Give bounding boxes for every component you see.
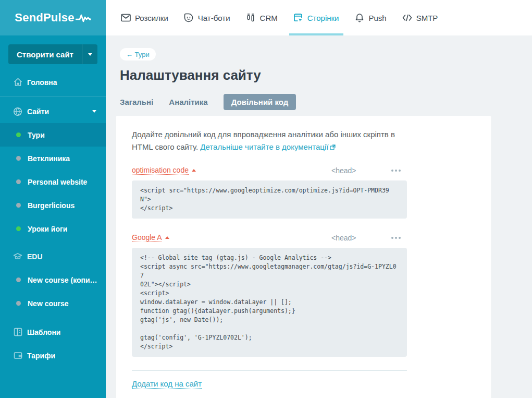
create-site-dropdown[interactable] [82,44,97,64]
status-dot-gray [16,156,21,161]
sidebar-course-copy[interactable]: New course (копи… [0,268,106,292]
code-section: Google A <head> <!-- Global site tag (gt… [132,233,407,357]
back-button[interactable]: ← Тури [120,48,156,61]
tab-analytics[interactable]: Аналітика [169,94,207,110]
pulse-icon [76,13,91,23]
sidebar-item-templates[interactable]: Шаблони [0,320,106,344]
logo-container[interactable]: SendPulse [0,0,106,35]
status-dot-green [16,226,21,231]
page-content: ← Тури Налаштування сайту Загальні Аналі… [106,35,532,398]
code-brackets-icon [402,13,412,23]
nav-item-mailings[interactable]: Розсилки [121,0,168,35]
nav-item-label: Сторінки [307,14,339,22]
nav-item-chatbots[interactable]: Чат-боти [184,0,230,35]
status-dot-gray [16,179,21,184]
divider [0,97,106,97]
sidebar-item-label: Тарифи [27,352,55,360]
nav-item-pages[interactable]: Сторінки [293,0,339,35]
chevron-down-icon[interactable] [92,110,96,113]
home-icon [13,78,22,87]
custom-code-card: Додайте довільний код для впровадження а… [116,116,491,398]
code-name-link[interactable]: optimisation code [132,166,189,175]
sidebar-item-label: Головна [27,78,57,87]
nav-item-label: Чат-боти [198,14,230,22]
nav-item-crm[interactable]: CRM [246,0,278,35]
sidebar: SendPulse Створити сайт Головна Сайти [0,0,106,398]
page-title: Налаштування сайту [120,67,532,83]
documentation-link-label: Детальніше читайте в документації [200,142,328,151]
sidebar-item-pricing[interactable]: Тарифи [0,344,106,367]
status-dot-gray [16,278,21,282]
status-dot-green [16,132,21,137]
sidebar-site-burgerlicious[interactable]: Burgerlicious [0,194,106,217]
more-options-button[interactable] [391,237,407,239]
crm-columns-icon [246,13,256,23]
sidebar-item-label: EDU [27,252,43,261]
code-snippet[interactable]: <!-- Global site tag (gtag.js) - Google … [132,248,407,357]
logo-text: SendPulse [15,11,74,25]
sidebar-item-label: Уроки йоги [28,225,67,233]
bell-icon [355,13,365,23]
sidebar-item-label: Тури [28,131,45,139]
nav-item-label: Push [369,14,387,22]
chatbot-icon [184,13,194,23]
sidebar-site-yoga[interactable]: Уроки йоги [0,217,106,240]
sidebar-nav: Головна Сайти Тури Ветклиника Personal w… [0,70,106,398]
add-code-link[interactable]: Додати код на сайт [132,379,202,389]
tab-general[interactable]: Загальні [120,94,153,110]
envelope-icon [121,13,131,23]
nav-item-smtp[interactable]: SMTP [402,0,438,35]
globe-icon [13,107,22,116]
sidebar-item-label: Burgerlicious [28,201,75,210]
documentation-link[interactable]: Детальніше читайте в документації [200,142,336,151]
sidebar-item-home[interactable]: Головна [0,70,106,94]
code-snippet[interactable]: <script src="https://www.googleoptimize.… [132,180,407,219]
sidebar-item-label: Сайти [27,107,49,116]
sidebar-item-label: Шаблони [27,328,60,336]
chevron-up-icon[interactable] [192,169,196,172]
chevron-up-icon[interactable] [165,236,169,239]
pages-icon [293,13,303,23]
tab-custom-code[interactable]: Довільний код [224,94,296,110]
status-dot-gray [16,203,21,208]
main-area: Розсилки Чат-боти CRM Сторінки Push [106,0,532,398]
sidebar-item-sites[interactable]: Сайти [0,100,106,123]
sidebar-item-label: Ветклиника [28,154,70,163]
graduation-cap-icon [13,252,22,261]
create-site-button[interactable]: Створити сайт [8,44,97,64]
nav-item-label: CRM [260,14,278,22]
settings-tabs: Загальні Аналітика Довільний код [120,94,532,110]
sidebar-course-new[interactable]: New course [0,292,106,315]
code-section: optimisation code <head> <script src="ht… [132,166,407,219]
sidebar-item-edu[interactable]: EDU [0,245,106,268]
sidebar-site-personal-website[interactable]: Personal website [0,170,106,194]
sidebar-item-label: New course (копи… [28,276,97,284]
code-name-link[interactable]: Google A [132,233,162,242]
status-dot-gray [16,301,21,306]
nav-item-label: SMTP [416,14,438,22]
sidebar-item-label: Personal website [28,178,87,186]
description-text: Додайте довільний код для впровадження а… [132,128,407,153]
top-navigation: Розсилки Чат-боти CRM Сторінки Push [106,0,532,35]
sidebar-site-vetklinika[interactable]: Ветклиника [0,147,106,170]
create-site-label: Створити сайт [8,44,82,64]
placement-tag: <head> [331,166,391,175]
templates-icon [13,328,22,337]
divider [132,370,407,371]
sidebar-item-label: New course [28,299,69,308]
more-options-button[interactable] [391,170,407,172]
nav-item-push[interactable]: Push [355,0,387,35]
sidebar-site-tury[interactable]: Тури [0,123,106,147]
chevron-down-icon [88,53,92,56]
placement-tag: <head> [331,234,391,242]
nav-item-label: Розсилки [135,14,168,22]
external-link-icon [330,144,336,150]
wallet-icon [13,351,22,360]
